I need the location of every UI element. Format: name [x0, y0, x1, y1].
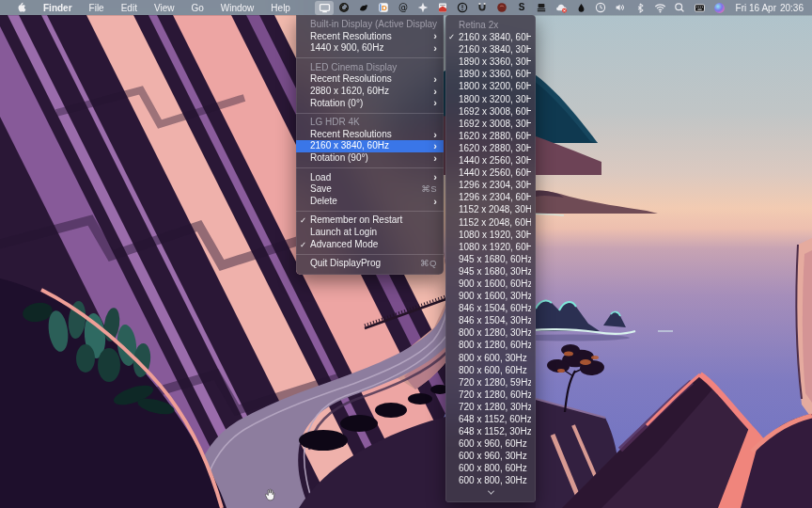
submenu-arrow-icon: › [433, 129, 437, 139]
menu-item-quit-displayprog[interactable]: Quit DisplayProg⌘Q [296, 258, 444, 270]
resolution-submenu: Retina 2x ✓2160 x 3840, 60Hz2160 x 3840,… [445, 15, 536, 502]
menu-item-launch-at-login[interactable]: Launch at Login [296, 227, 444, 239]
checkmark-icon: ✓ [448, 31, 455, 43]
printer-icon[interactable] [532, 1, 551, 15]
resolution-item-720-x-1280-60hz[interactable]: 720 x 1280, 60Hz [445, 389, 536, 401]
menu-bar-app-menus: FinderFileEditViewGoWindowHelp [9, 0, 299, 15]
menu-separator [296, 167, 444, 168]
resolution-item-1440-x-2560-30hz[interactable]: 1440 x 2560, 30Hz [445, 154, 536, 167]
menu-bar-status-area: D@S Fri 16 Apr 20:36 [315, 0, 812, 15]
keyboard-shortcut: ⌘Q [420, 258, 437, 270]
menu-item-advanced-mode[interactable]: ✓Advanced Mode [296, 239, 444, 251]
keyboard-shortcut: ⌘S [421, 183, 437, 196]
menu-header-lg-hdr-4k: LG HDR 4K [296, 117, 444, 129]
volume-icon[interactable] [611, 1, 630, 15]
resolution-item-648-x-1152-60hz[interactable]: 648 x 1152, 60Hz [445, 413, 536, 425]
bluetooth-icon[interactable] [631, 1, 649, 15]
resolution-item-846-x-1504-60hz[interactable]: 846 x 1504, 60Hz [445, 302, 536, 314]
resolution-item-945-x-1680-30hz[interactable]: 945 x 1680, 30Hz [445, 265, 536, 278]
menu-item-rotation-90[interactable]: Rotation (90°)› [296, 152, 444, 165]
resolution-item-800-x-1280-60hz[interactable]: 800 x 1280, 60Hz [445, 339, 536, 351]
menubar-menu-go[interactable]: Go [182, 3, 211, 13]
resolution-item-800-x-600-60hz[interactable]: 800 x 600, 60Hz [445, 364, 536, 376]
resolution-item-600-x-800-60hz[interactable]: 600 x 800, 60Hz [445, 462, 536, 474]
menu-item-save[interactable]: Save⌘S [296, 183, 444, 196]
notebook-icon[interactable] [433, 1, 452, 15]
resolution-item-1620-x-2880-60hz[interactable]: 1620 x 2880, 60Hz [445, 130, 536, 142]
chevron-down-icon [487, 487, 493, 494]
scroll-down-indicator[interactable] [445, 487, 536, 498]
resolution-item-1152-x-2048-30hz[interactable]: 1152 x 2048, 30Hz [445, 203, 536, 215]
resolution-item-1800-x-3200-60hz[interactable]: 1800 x 3200, 60Hz [445, 80, 536, 92]
s-app-icon[interactable]: S [512, 1, 531, 15]
swirl-icon[interactable] [335, 1, 353, 15]
resolution-item-1080-x-1920-30hz[interactable]: 1080 x 1920, 30Hz [445, 229, 536, 241]
svg-text:D: D [382, 4, 387, 12]
red-app-icon[interactable] [492, 1, 511, 15]
menu-item-recent-resolutions[interactable]: Recent Resolutions› [296, 73, 444, 86]
menu-bar-date[interactable]: Fri 16 Apr [736, 3, 776, 13]
menu-item-2160-x-3840-60hz[interactable]: 2160 x 3840, 60Hz› [296, 140, 444, 152]
menubar-menu-window[interactable]: Window [212, 3, 263, 13]
resolution-item-648-x-1152-30hz[interactable]: 648 x 1152, 30Hz [445, 425, 536, 437]
resolution-item-800-x-600-30hz[interactable]: 800 x 600, 30Hz [445, 352, 536, 364]
resolution-item-1890-x-3360-30hz[interactable]: 1890 x 3360, 30Hz [445, 56, 536, 68]
menu-separator [296, 211, 444, 212]
search-icon[interactable] [670, 1, 689, 15]
submenu-arrow-icon: › [433, 42, 437, 53]
input-menu-icon[interactable] [690, 1, 709, 15]
menubar-menu-help[interactable]: Help [262, 3, 299, 13]
alert-icon[interactable] [453, 1, 472, 15]
resolution-item-1440-x-2560-60hz[interactable]: 1440 x 2560, 60Hz [445, 167, 536, 179]
bird-icon[interactable] [354, 1, 373, 15]
resolution-item-1152-x-2048-60hz[interactable]: 1152 x 2048, 60Hz [445, 216, 536, 229]
siri-icon[interactable] [710, 1, 728, 15]
resolution-item-1080-x-1920-60hz[interactable]: 1080 x 1920, 60Hz [445, 241, 536, 253]
resolution-item-900-x-1600-60hz[interactable]: 900 x 1600, 60Hz [445, 278, 536, 290]
submenu-arrow-icon: › [433, 31, 437, 41]
compass-icon[interactable] [414, 1, 432, 15]
resolution-item-2160-x-3840-60hz[interactable]: ✓2160 x 3840, 60Hz [445, 31, 536, 43]
menubar-menu-file[interactable]: File [81, 3, 113, 13]
display-icon[interactable] [315, 1, 334, 15]
resolution-item-1692-x-3008-60hz[interactable]: 1692 x 3008, 60Hz [445, 105, 536, 118]
menubar-menu-finder[interactable]: Finder [35, 3, 81, 13]
resolution-item-720-x-1280-59hz[interactable]: 720 x 1280, 59Hz [445, 376, 536, 389]
menu-bar: FinderFileEditViewGoWindowHelp D@S Fri 1… [0, 0, 812, 15]
resolution-item-1620-x-2880-30hz[interactable]: 1620 x 2880, 30Hz [445, 142, 536, 154]
menu-item-2880-x-1620-60hz[interactable]: 2880 x 1620, 60Hz› [296, 86, 444, 98]
apple-menu[interactable] [9, 0, 35, 15]
menu-item-load[interactable]: Load› [296, 172, 444, 184]
desktop: FinderFileEditViewGoWindowHelp D@S Fri 1… [0, 0, 812, 508]
menu-item-remember-on-restart[interactable]: ✓Remember on Restart [296, 214, 444, 227]
resolution-item-1296-x-2304-60hz[interactable]: 1296 x 2304, 60Hz [445, 191, 536, 203]
clock-icon[interactable] [591, 1, 610, 15]
menubar-menu-edit[interactable]: Edit [113, 3, 146, 13]
resolution-item-600-x-960-30hz[interactable]: 600 x 960, 30Hz [445, 450, 536, 462]
cloud-offline-icon[interactable] [552, 1, 570, 15]
resolution-item-720-x-1280-30hz[interactable]: 720 x 1280, 30Hz [445, 401, 536, 413]
resolution-item-2160-x-3840-30hz[interactable]: 2160 x 3840, 30Hz [445, 43, 536, 56]
menu-item-rotation-0[interactable]: Rotation (0°)› [296, 98, 444, 110]
menu-item-1440-x-900-60hz[interactable]: 1440 x 900, 60Hz› [296, 42, 444, 55]
magnet-icon[interactable] [473, 1, 492, 15]
menu-bar-clock[interactable]: 20:36 [780, 3, 804, 13]
droplet-icon[interactable] [571, 1, 590, 15]
resolution-item-1800-x-3200-30hz[interactable]: 1800 x 3200, 30Hz [445, 93, 536, 105]
resolution-item-1890-x-3360-60hz[interactable]: 1890 x 3360, 60Hz [445, 68, 536, 80]
at-sign-icon[interactable]: @ [394, 1, 413, 15]
menu-item-recent-resolutions[interactable]: Recent Resolutions› [296, 31, 444, 43]
d-app-icon[interactable]: D [374, 1, 393, 15]
menubar-menu-view[interactable]: View [146, 3, 183, 13]
resolution-item-1296-x-2304-30hz[interactable]: 1296 x 2304, 30Hz [445, 179, 536, 191]
resolution-item-945-x-1680-60hz[interactable]: 945 x 1680, 60Hz [445, 253, 536, 265]
resolution-item-1692-x-3008-30hz[interactable]: 1692 x 3008, 30Hz [445, 118, 536, 130]
resolution-item-900-x-1600-30hz[interactable]: 900 x 1600, 30Hz [445, 290, 536, 302]
menu-item-recent-resolutions[interactable]: Recent Resolutions› [296, 129, 444, 141]
resolution-item-600-x-800-30hz[interactable]: 600 x 800, 30Hz [445, 474, 536, 486]
resolution-item-800-x-1280-30hz[interactable]: 800 x 1280, 30Hz [445, 326, 536, 339]
wifi-icon[interactable] [650, 1, 669, 15]
resolution-item-600-x-960-60hz[interactable]: 600 x 960, 60Hz [445, 437, 536, 450]
menu-item-delete[interactable]: Delete› [296, 196, 444, 208]
resolution-item-846-x-1504-30hz[interactable]: 846 x 1504, 30Hz [445, 314, 536, 326]
